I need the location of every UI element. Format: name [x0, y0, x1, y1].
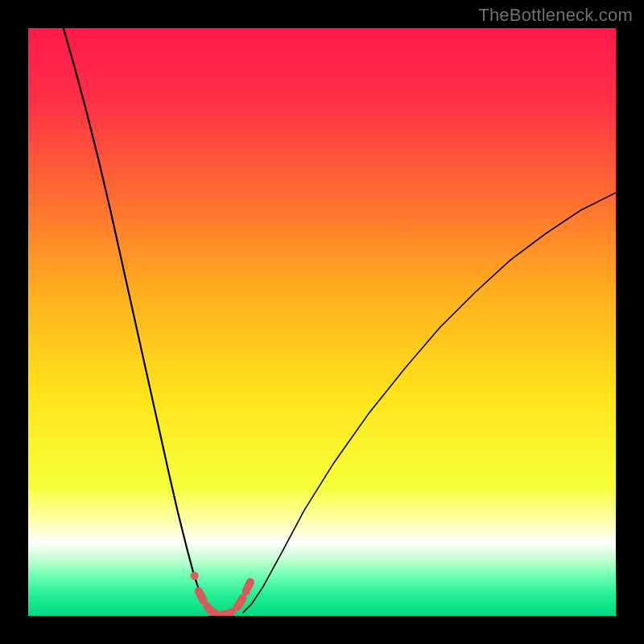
gradient-background: [28, 28, 616, 616]
chart-frame: TheBottleneck.com: [0, 0, 644, 644]
marker-dot: [190, 572, 198, 580]
watermark-text: TheBottleneck.com: [478, 5, 633, 26]
chart-svg: [28, 28, 616, 616]
plot-area: [28, 28, 616, 616]
marker-layer: [190, 572, 198, 580]
